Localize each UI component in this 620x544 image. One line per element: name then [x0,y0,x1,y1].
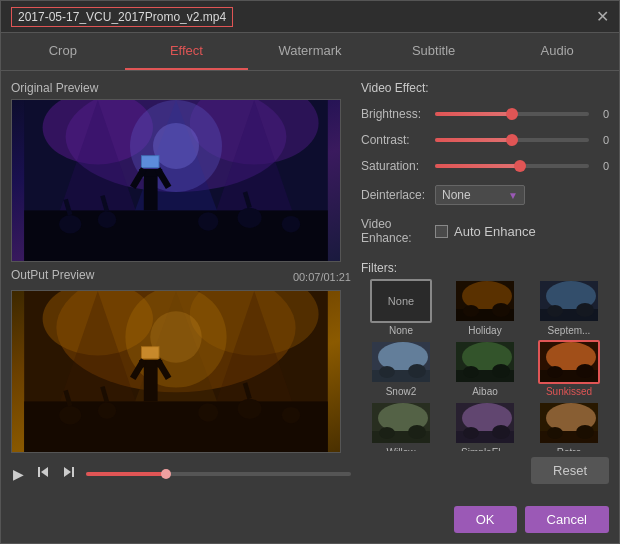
svg-point-90 [547,427,563,439]
filter-thumb-simpleel [454,401,516,445]
left-panel: Original Preview [11,81,351,488]
svg-point-75 [547,366,563,378]
contrast-fill [435,138,512,142]
next-icon [62,465,76,479]
brightness-slider[interactable] [435,112,589,116]
tab-subtitle[interactable]: Subtitle [372,33,496,70]
prev-icon [36,465,50,479]
brightness-slider-container: 0 [435,108,609,120]
right-panel: Video Effect: Brightness: 0 Contrast: [361,81,609,488]
filter-thumb-willow [370,401,432,445]
filters-title: Filters: [361,261,609,275]
ok-button[interactable]: OK [454,506,517,533]
svg-point-56 [492,303,510,317]
svg-point-91 [576,425,594,439]
content-area: Original Preview [1,71,619,498]
filter-item-retro[interactable]: Retro [529,401,609,451]
playback-controls: ▶ [11,459,351,488]
output-preview-image [12,291,340,452]
svg-point-42 [198,403,218,421]
tab-watermark[interactable]: Watermark [248,33,372,70]
contrast-slider-container: 0 [435,134,609,146]
svg-point-43 [238,399,262,419]
deinterlace-row: Deinterlace: None ▼ [361,185,609,205]
brightness-label: Brightness: [361,107,429,121]
filter-label-willow: Willow [387,447,416,451]
contrast-value: 0 [595,134,609,146]
tab-audio[interactable]: Audio [495,33,619,70]
saturation-thumb [514,160,526,172]
svg-rect-51 [72,467,74,477]
tab-effect[interactable]: Effect [125,33,249,70]
svg-point-66 [408,364,426,378]
prev-button[interactable] [34,463,52,484]
filter-item-sunkissed[interactable]: Sunkissed [529,340,609,397]
svg-point-80 [379,427,395,439]
auto-enhance-checkbox[interactable] [435,225,448,238]
contrast-row: Contrast: 0 [361,133,609,147]
svg-point-8 [153,123,199,169]
filter-item-simpleel[interactable]: SimpleEl... [445,401,525,451]
filter-item-snow2[interactable]: Snow2 [361,340,441,397]
bottom-buttons: OK Cancel [1,498,619,543]
deinterlace-label: Deinterlace: [361,188,429,202]
saturation-slider-container: 0 [435,160,609,172]
tab-crop[interactable]: Crop [1,33,125,70]
svg-point-61 [576,303,594,317]
filter-label-september: Septem... [548,325,591,336]
saturation-fill [435,164,520,168]
svg-point-40 [59,406,81,424]
filter-item-september[interactable]: Septem... [529,279,609,336]
svg-point-18 [198,212,218,230]
filter-item-willow[interactable]: Willow [361,401,441,451]
filters-section: Filters: None None [361,261,609,488]
filter-thumb-retro [538,401,600,445]
filter-item-holiday[interactable]: Holiday [445,279,525,336]
brightness-thumb [506,108,518,120]
svg-point-19 [238,208,262,228]
contrast-label: Contrast: [361,133,429,147]
svg-point-55 [463,305,479,317]
saturation-row: Saturation: 0 [361,159,609,173]
output-preview-header: OutPut Preview 00:07/01:21 [11,268,351,286]
saturation-value: 0 [595,160,609,172]
filter-thumb-snow2 [370,340,432,384]
filter-label-holiday: Holiday [468,325,501,336]
filter-item-none[interactable]: None None [361,279,441,336]
brightness-row: Brightness: 0 [361,107,609,121]
time-display: 00:07/01:21 [293,271,351,283]
cancel-button[interactable]: Cancel [525,506,609,533]
svg-point-70 [463,366,479,378]
svg-rect-37 [142,347,159,358]
deinterlace-select[interactable]: None ▼ [435,185,525,205]
title-bar: 2017-05-17_VCU_2017Promo_v2.mp4 ✕ [1,1,619,33]
deinterlace-value: None [442,188,471,202]
filters-grid: None None [361,279,609,451]
next-button[interactable] [60,463,78,484]
filter-label-retro: Retro [557,447,581,451]
brightness-value: 0 [595,108,609,120]
filter-label-simpleel: SimpleEl... [461,447,509,451]
play-button[interactable]: ▶ [11,464,26,484]
close-button[interactable]: ✕ [596,9,609,25]
video-effect-title: Video Effect: [361,81,609,95]
svg-rect-34 [144,365,158,402]
contrast-slider[interactable] [435,138,589,142]
progress-bar[interactable] [86,472,351,476]
svg-point-41 [98,402,116,419]
svg-marker-50 [64,467,71,477]
original-preview-label: Original Preview [11,81,351,95]
svg-point-17 [98,211,116,228]
svg-rect-49 [38,467,40,477]
svg-point-71 [492,364,510,378]
filter-label-aibao: Aibao [472,386,498,397]
window-title: 2017-05-17_VCU_2017Promo_v2.mp4 [11,7,233,27]
svg-rect-13 [142,156,159,167]
enhance-label: Video Enhance: [361,217,429,245]
output-preview [11,290,341,453]
saturation-slider[interactable] [435,164,589,168]
filter-item-aibao[interactable]: Aibao [445,340,525,397]
reset-button[interactable]: Reset [531,457,609,484]
svg-point-86 [492,425,510,439]
filter-thumb-sunkissed [538,340,600,384]
